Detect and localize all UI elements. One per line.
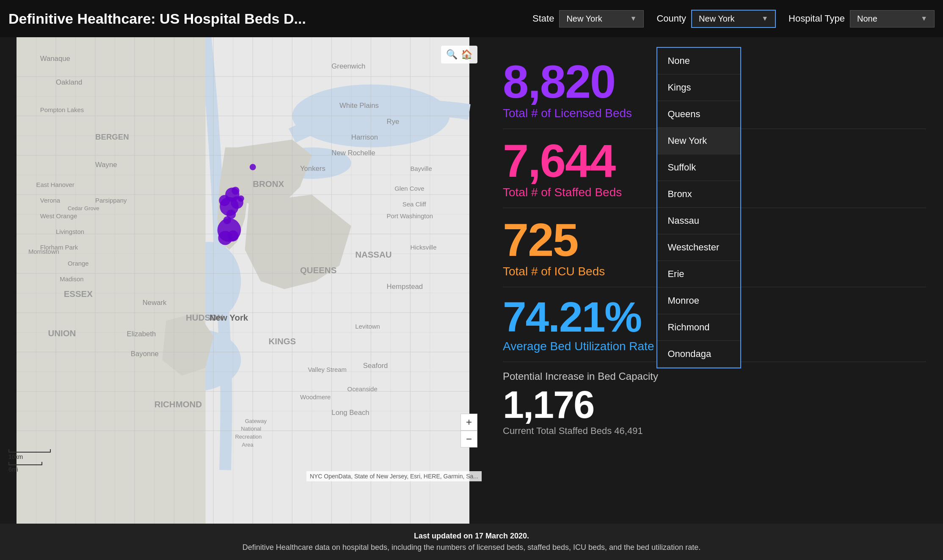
svg-text:Port Washington: Port Washington — [387, 213, 433, 220]
hospital-type-dropdown-arrow: ▼ — [921, 15, 927, 22]
county-label: County — [656, 13, 686, 24]
county-option-bronx[interactable]: Bronx — [657, 181, 740, 208]
svg-text:New York: New York — [210, 313, 248, 322]
county-option-queens[interactable]: Queens — [657, 101, 740, 128]
svg-point-97 — [219, 195, 230, 206]
county-option-onondaga[interactable]: Onondaga — [657, 341, 740, 368]
svg-text:BRONX: BRONX — [253, 179, 284, 189]
svg-text:Long Beach: Long Beach — [331, 409, 369, 417]
svg-text:Recreation: Recreation — [235, 434, 262, 440]
svg-point-99 — [232, 187, 240, 195]
county-option-richmond[interactable]: Richmond — [657, 314, 740, 341]
app-title: Definitive Healthcare: US Hospital Beds … — [8, 11, 520, 27]
svg-text:Morristown: Morristown — [28, 248, 59, 255]
county-option-new-york[interactable]: New York — [657, 128, 740, 154]
state-value: New York — [566, 14, 602, 24]
main-content: Wanaque Oakland Pompton Lakes BERGEN Way… — [0, 37, 943, 524]
zoom-controls: + − — [460, 414, 477, 447]
scale-ruler-10km — [8, 449, 51, 453]
svg-text:Orange: Orange — [68, 260, 89, 267]
state-dropdown-arrow: ▼ — [630, 15, 637, 22]
county-option-nassau[interactable]: Nassau — [657, 208, 740, 234]
svg-text:Valley Stream: Valley Stream — [308, 366, 347, 373]
county-dropdown-arrow: ▼ — [761, 15, 768, 22]
svg-text:Seaford: Seaford — [363, 362, 388, 370]
county-filter: County New York ▼ NoneKingsQueensNew Yor… — [656, 10, 776, 28]
scale-label-10km: 10km — [8, 453, 51, 460]
map-attribution: NYC OpenData, State of New Jersey, Esri,… — [306, 471, 482, 481]
svg-text:Livingston: Livingston — [56, 228, 84, 235]
state-dropdown[interactable]: New York ▼ — [559, 10, 644, 27]
zoom-out-button[interactable]: − — [460, 431, 477, 447]
county-dropdown-list: NoneKingsQueensNew YorkSuffolkBronxNassa… — [656, 47, 741, 368]
svg-text:Area: Area — [242, 442, 254, 448]
svg-text:NASSAU: NASSAU — [355, 250, 392, 259]
svg-text:RICHMOND: RICHMOND — [154, 399, 202, 409]
footer: Last updated on 17 March 2020. Definitiv… — [0, 524, 943, 560]
svg-text:East Hanover: East Hanover — [36, 181, 74, 188]
svg-text:Bayville: Bayville — [410, 165, 432, 172]
state-label: State — [532, 13, 554, 24]
svg-text:Hicksville: Hicksville — [410, 244, 436, 251]
map-toolbar: 🔍 🏠 — [441, 46, 477, 63]
current-staffed-beds: Current Total Staffed Beds 46,491 — [503, 425, 926, 436]
county-option-westchester[interactable]: Westchester — [657, 234, 740, 261]
home-tool-button[interactable]: 🏠 — [461, 49, 472, 60]
county-option-monroe[interactable]: Monroe — [657, 288, 740, 314]
svg-text:UNION: UNION — [48, 328, 76, 338]
county-option-suffolk[interactable]: Suffolk — [657, 154, 740, 181]
svg-text:White Plains: White Plains — [339, 102, 379, 110]
hospital-type-filter: Hospital Type None ▼ — [789, 10, 935, 27]
county-option-kings[interactable]: Kings — [657, 74, 740, 101]
svg-text:Wayne: Wayne — [95, 161, 117, 169]
svg-text:Newark: Newark — [143, 299, 167, 307]
svg-text:Yonkers: Yonkers — [300, 165, 325, 173]
svg-text:KINGS: KINGS — [268, 336, 296, 346]
county-option-none[interactable]: None — [657, 48, 740, 74]
scale-bar: 10km 6mi — [8, 449, 51, 473]
svg-text:National: National — [241, 425, 261, 432]
county-option-erie[interactable]: Erie — [657, 261, 740, 288]
svg-text:New Rochelle: New Rochelle — [331, 149, 375, 157]
scale-label-6mi: 6mi — [8, 466, 51, 473]
svg-text:Madison: Madison — [60, 276, 83, 283]
svg-point-105 — [228, 231, 239, 242]
header: Definitive Healthcare: US Hospital Beds … — [0, 0, 943, 37]
footer-description: Definitive Healthcare data on hospital b… — [243, 543, 700, 552]
svg-point-102 — [250, 164, 256, 170]
svg-text:Glen Cove: Glen Cove — [394, 185, 424, 192]
svg-text:Harrison: Harrison — [351, 133, 378, 141]
scale-ruler-6mi — [8, 462, 42, 465]
svg-text:Parsippany: Parsippany — [95, 197, 127, 204]
svg-text:Elizabeth: Elizabeth — [127, 330, 156, 338]
county-value: New York — [699, 14, 735, 24]
svg-text:ESSEX: ESSEX — [64, 289, 93, 299]
map-area[interactable]: Wanaque Oakland Pompton Lakes BERGEN Way… — [0, 37, 486, 524]
state-filter: State New York ▼ — [532, 10, 644, 27]
svg-text:Woodmere: Woodmere — [300, 394, 331, 401]
svg-text:Oceanside: Oceanside — [347, 386, 378, 393]
svg-text:Hempstead: Hempstead — [387, 283, 423, 291]
svg-point-101 — [238, 195, 244, 202]
potential-increase-title: Potential Increase in Bed Capacity — [503, 371, 926, 382]
svg-text:Sea Cliff: Sea Cliff — [403, 201, 427, 208]
svg-text:Levitown: Levitown — [355, 323, 380, 330]
svg-text:Gateway: Gateway — [245, 418, 267, 424]
svg-text:Verona: Verona — [40, 197, 61, 204]
zoom-in-button[interactable]: + — [460, 414, 477, 431]
svg-text:Oakland: Oakland — [56, 78, 82, 86]
svg-text:Cedar Grove: Cedar Grove — [68, 205, 99, 211]
svg-text:BERGEN: BERGEN — [95, 132, 129, 141]
svg-text:Wanaque: Wanaque — [40, 55, 70, 63]
svg-text:QUEENS: QUEENS — [300, 265, 336, 275]
county-dropdown[interactable]: New York ▼ — [691, 10, 776, 28]
svg-text:Greenwich: Greenwich — [331, 62, 365, 70]
svg-text:Rye: Rye — [387, 118, 400, 126]
hospital-type-label: Hospital Type — [789, 13, 845, 24]
hospital-type-value: None — [857, 14, 877, 24]
search-tool-button[interactable]: 🔍 — [446, 49, 458, 60]
potential-increase-block: Potential Increase in Bed Capacity 1,176… — [503, 362, 926, 445]
potential-increase-value: 1,176 — [503, 386, 926, 424]
svg-text:Bayonne: Bayonne — [131, 350, 159, 358]
hospital-type-dropdown[interactable]: None ▼ — [850, 10, 935, 27]
